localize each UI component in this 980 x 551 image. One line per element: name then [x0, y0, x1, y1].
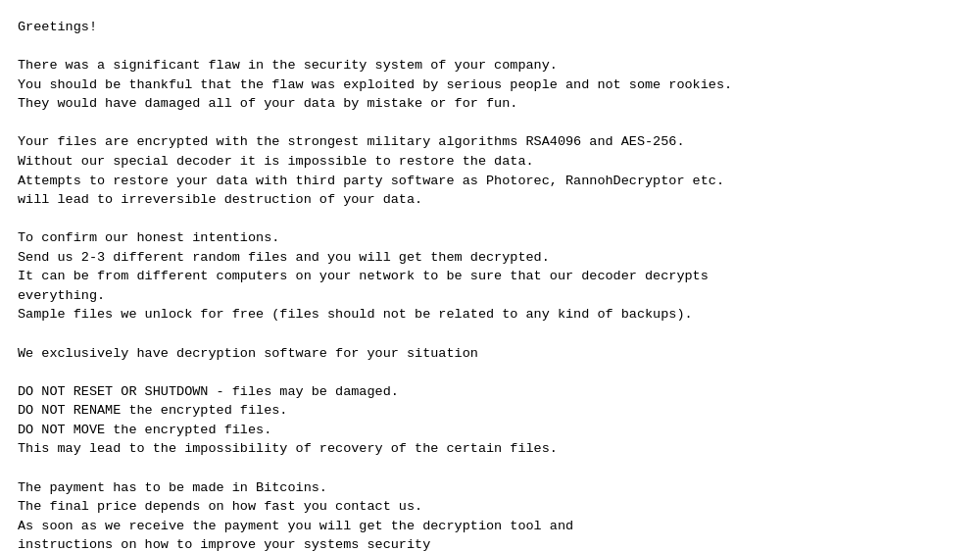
- ransom-note-text: Greetings! There was a significant flaw …: [18, 18, 956, 551]
- ransom-note-container: Greetings! There was a significant flaw …: [0, 0, 980, 551]
